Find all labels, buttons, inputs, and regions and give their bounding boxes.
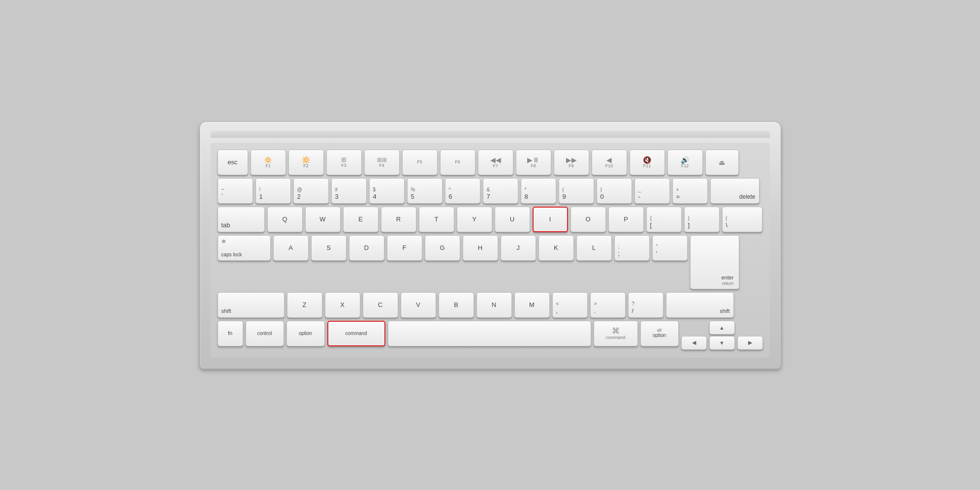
key-delete[interactable]: delete bbox=[710, 178, 759, 204]
key-equals[interactable]: + = bbox=[672, 178, 708, 204]
key-q[interactable]: Q bbox=[267, 207, 303, 232]
key-option-left[interactable]: option bbox=[286, 321, 325, 346]
key-h[interactable]: H bbox=[463, 235, 498, 261]
key-lbracket[interactable]: { [ bbox=[646, 207, 682, 232]
key-f8[interactable]: ▶⏸ F8 bbox=[516, 150, 551, 175]
key-m[interactable]: M bbox=[514, 292, 550, 318]
keyboard-body: esc 🔅 F1 🔆 F2 ⊞ F3 ⊞⊞ F4 F5 F6 bbox=[211, 143, 770, 358]
key-f9[interactable]: ▶▶ F9 bbox=[554, 150, 589, 175]
key-i[interactable]: I bbox=[533, 207, 568, 232]
key-arrow-left[interactable]: ◀ bbox=[681, 336, 707, 350]
key-rbracket[interactable]: } ] bbox=[684, 207, 720, 232]
key-enter[interactable]: enter return bbox=[690, 235, 739, 289]
number-row: ~ ` ! 1 @ 2 # 3 $ 4 % 5 bbox=[218, 178, 763, 204]
key-5[interactable]: % 5 bbox=[407, 178, 443, 204]
key-fn[interactable]: fn bbox=[218, 321, 243, 346]
key-space[interactable] bbox=[388, 321, 591, 346]
key-caps-lock[interactable]: caps lock bbox=[218, 235, 271, 261]
key-f1[interactable]: 🔅 F1 bbox=[251, 150, 286, 175]
caps-lock-indicator bbox=[222, 240, 225, 243]
key-f5[interactable]: F5 bbox=[402, 150, 438, 175]
key-esc[interactable]: esc bbox=[218, 150, 248, 175]
key-minus[interactable]: _ - bbox=[634, 178, 670, 204]
key-option-right[interactable]: alt option bbox=[640, 321, 679, 346]
key-6[interactable]: ^ 6 bbox=[445, 178, 480, 204]
key-b[interactable]: B bbox=[439, 292, 474, 318]
keyboard: esc 🔅 F1 🔆 F2 ⊞ F3 ⊞⊞ F4 F5 F6 bbox=[200, 122, 781, 368]
key-t[interactable]: T bbox=[419, 207, 454, 232]
key-slash[interactable]: ? / bbox=[628, 292, 664, 318]
key-y[interactable]: Y bbox=[457, 207, 492, 232]
key-semicolon[interactable]: : ; bbox=[614, 235, 650, 261]
shift-row: shift Z X C V B N M < bbox=[218, 292, 763, 318]
key-comma[interactable]: < , bbox=[552, 292, 588, 318]
key-1[interactable]: ! 1 bbox=[255, 178, 291, 204]
key-l[interactable]: L bbox=[576, 235, 612, 261]
key-7[interactable]: & 7 bbox=[483, 178, 518, 204]
key-3[interactable]: # 3 bbox=[331, 178, 367, 204]
key-period[interactable]: > . bbox=[590, 292, 626, 318]
key-u[interactable]: U bbox=[495, 207, 530, 232]
arrow-key-cluster: ▲ ◀ ▼ ▶ bbox=[681, 321, 763, 350]
key-k[interactable]: K bbox=[538, 235, 574, 261]
keyboard-top-bar bbox=[211, 131, 770, 138]
key-f2[interactable]: 🔆 F2 bbox=[288, 150, 324, 175]
key-j[interactable]: J bbox=[501, 235, 536, 261]
key-eject[interactable]: ⏏ bbox=[705, 150, 739, 175]
key-n[interactable]: N bbox=[476, 292, 512, 318]
key-w[interactable]: W bbox=[305, 207, 341, 232]
key-backslash[interactable]: | \ bbox=[722, 207, 762, 232]
key-command-left[interactable]: command bbox=[327, 321, 385, 346]
key-v[interactable]: V bbox=[401, 292, 436, 318]
bottom-row: fn control option command ⌘ command alt … bbox=[218, 321, 763, 350]
key-f7[interactable]: ◀◀ F7 bbox=[478, 150, 513, 175]
key-o[interactable]: O bbox=[570, 207, 606, 232]
key-c[interactable]: C bbox=[363, 292, 398, 318]
key-tilde[interactable]: ~ ` bbox=[218, 178, 253, 204]
key-8[interactable]: * 8 bbox=[521, 178, 556, 204]
key-quote[interactable]: " ' bbox=[652, 235, 688, 261]
key-shift-right[interactable]: shift bbox=[666, 292, 734, 318]
key-2[interactable]: @ 2 bbox=[293, 178, 329, 204]
fn-row: esc 🔅 F1 🔆 F2 ⊞ F3 ⊞⊞ F4 F5 F6 bbox=[218, 150, 763, 175]
key-f12[interactable]: 🔊 F12 bbox=[667, 150, 703, 175]
key-x[interactable]: X bbox=[325, 292, 360, 318]
key-f3[interactable]: ⊞ F3 bbox=[326, 150, 362, 175]
key-command-right[interactable]: ⌘ command bbox=[594, 321, 638, 346]
key-g[interactable]: G bbox=[425, 235, 460, 261]
key-9[interactable]: ( 9 bbox=[559, 178, 594, 204]
key-s[interactable]: S bbox=[311, 235, 347, 261]
key-d[interactable]: D bbox=[349, 235, 384, 261]
key-arrow-down[interactable]: ▼ bbox=[709, 336, 735, 350]
key-arrow-up[interactable]: ▲ bbox=[709, 321, 735, 335]
key-r[interactable]: R bbox=[381, 207, 416, 232]
key-z[interactable]: Z bbox=[287, 292, 322, 318]
key-f11[interactable]: 🔇 F11 bbox=[630, 150, 665, 175]
caps-row: caps lock A S D F G H J bbox=[218, 235, 763, 289]
key-e[interactable]: E bbox=[343, 207, 379, 232]
key-4[interactable]: $ 4 bbox=[369, 178, 405, 204]
key-f4[interactable]: ⊞⊞ F4 bbox=[364, 150, 400, 175]
key-shift-left[interactable]: shift bbox=[218, 292, 285, 318]
key-f6[interactable]: F6 bbox=[440, 150, 475, 175]
key-f10[interactable]: ◀ F10 bbox=[592, 150, 627, 175]
tab-row: tab Q W E R T Y U I bbox=[218, 207, 763, 232]
key-p[interactable]: P bbox=[608, 207, 644, 232]
key-f[interactable]: F bbox=[387, 235, 422, 261]
key-arrow-right[interactable]: ▶ bbox=[737, 336, 763, 350]
key-0[interactable]: ) 0 bbox=[597, 178, 632, 204]
key-tab[interactable]: tab bbox=[218, 207, 265, 232]
key-control[interactable]: control bbox=[246, 321, 284, 346]
key-a[interactable]: A bbox=[273, 235, 309, 261]
